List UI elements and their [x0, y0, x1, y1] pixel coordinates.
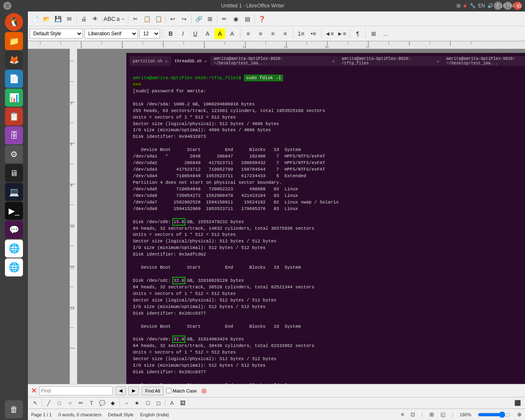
preview-btn[interactable]: 👁 — [90, 14, 100, 24]
new-btn[interactable]: 📄 — [30, 14, 40, 24]
highlight-btn[interactable]: A — [215, 28, 225, 39]
tray-power[interactable]: ⏻ — [517, 3, 522, 9]
bookmark-icon[interactable]: ⊞ — [429, 411, 434, 418]
font-color-btn[interactable]: A — [202, 28, 213, 39]
star-btn[interactable]: ★ — [132, 398, 142, 408]
tab-desktop2[interactable]: amrita@amrita-OptiPlex-9020: ~/Desktop/t… — [443, 56, 525, 66]
spellcheck-btn[interactable]: ABC — [104, 14, 115, 24]
sidebar-item-writer[interactable]: 📄 — [5, 70, 23, 88]
bullets-btn[interactable]: •≡ — [308, 28, 319, 39]
sidebar-item-ubuntu[interactable]: 🐧 — [5, 13, 23, 31]
titlebar-menu-btn[interactable]: ☰ — [3, 2, 11, 10]
find-all-button[interactable]: Find All — [142, 386, 164, 395]
redo-btn[interactable]: ↪ — [179, 14, 189, 24]
zoom-fit-icon[interactable]: ⊕ — [517, 411, 522, 418]
tab-desktop-close[interactable]: ✕ — [332, 59, 335, 64]
tab-partition[interactable]: partition.sh ✕ — [130, 56, 171, 66]
text-mode-icon[interactable]: ≡ — [401, 411, 404, 418]
match-case-label[interactable]: Match Case — [166, 388, 197, 393]
sidebar-btn[interactable]: ▤ — [242, 14, 253, 24]
font-name-select[interactable]: Liberation Serif — [84, 29, 138, 39]
doc-mode-icon[interactable]: ◱ — [441, 411, 445, 418]
rect-btn[interactable]: □ — [55, 398, 64, 408]
styles-more-btn[interactable]: … — [381, 28, 391, 39]
tab-threadsd[interactable]: threadSD.sh ✕ — [171, 56, 211, 66]
cut-btn[interactable]: ✂ — [130, 14, 141, 24]
textbox-btn[interactable]: T — [87, 398, 96, 408]
select-btn[interactable]: ↖ — [30, 398, 40, 408]
insert-img-btn[interactable]: 🖼 — [178, 398, 187, 408]
save-btn[interactable]: 💾 — [52, 14, 63, 24]
increase-indent-btn[interactable]: ►≡ — [336, 28, 347, 39]
ellipse-btn[interactable]: ○ — [65, 398, 75, 408]
flowchart-btn[interactable]: ⬡ — [143, 398, 153, 408]
hyperlink-btn[interactable]: 🔗 — [193, 14, 204, 24]
email-btn[interactable]: ✉ — [64, 14, 75, 24]
decrease-indent-btn[interactable]: ◄≡ — [324, 28, 335, 39]
align-center-btn[interactable]: ≡ — [255, 28, 266, 39]
line-btn[interactable]: ╱ — [44, 398, 54, 408]
sidebar-item-terminal-2[interactable]: ▶_ — [5, 202, 23, 220]
match-case-checkbox[interactable] — [166, 388, 171, 393]
navigator-btn[interactable]: ◉ — [231, 14, 241, 24]
terminal-body[interactable]: amrita@amrita-OptiPlex-9020:/tftp_files$… — [130, 66, 525, 395]
help-btn[interactable]: ❓ — [256, 14, 267, 24]
numbering-btn[interactable]: 1≡ — [296, 28, 306, 39]
tab-tftp-close[interactable]: ✕ — [437, 59, 440, 64]
font-size-select[interactable]: 12 — [139, 29, 160, 39]
tray-keyboard[interactable]: EN — [478, 3, 485, 9]
tray-volume[interactable]: 🔊 — [487, 3, 493, 9]
draw-fn-btn[interactable]: ✏ — [219, 14, 230, 24]
sidebar-item-slack[interactable]: 💬 — [5, 221, 23, 239]
selection-mode-icon[interactable]: ⊡ — [411, 411, 415, 418]
italic-btn[interactable]: I — [178, 28, 188, 39]
find-input[interactable] — [39, 386, 113, 395]
table-btn[interactable]: ⊞ — [205, 14, 215, 24]
underline-btn[interactable]: U — [190, 28, 201, 39]
sidebar-item-impress[interactable]: 📋 — [5, 107, 23, 126]
print-btn[interactable]: 🖨 — [78, 14, 89, 24]
sidebar-item-terminal-1[interactable]: 🖥 — [5, 164, 23, 182]
open-btn[interactable]: 📂 — [41, 14, 52, 24]
zoom-slider[interactable] — [478, 412, 511, 418]
sidebar-item-settings[interactable]: ⚙ — [5, 145, 23, 163]
sidebar-item-chrome-2[interactable]: 🌐 — [5, 258, 23, 276]
styles-btn[interactable]: ⊞ — [368, 28, 379, 39]
tab-partition-close[interactable]: ✕ — [165, 59, 168, 64]
tray-icon-settings[interactable]: 🔧 — [470, 3, 476, 9]
paste-btn[interactable]: 📋 — [153, 14, 164, 24]
shape-btn[interactable]: ◆ — [108, 398, 118, 408]
autocorrect-btn[interactable]: a→ — [116, 14, 126, 24]
sidebar-item-base[interactable]: 🗄 — [5, 126, 23, 144]
arrow-btn[interactable]: → — [121, 398, 131, 408]
align-left-btn[interactable]: ≡ — [243, 28, 253, 39]
align-right-btn[interactable]: ≡ — [267, 28, 278, 39]
tray-icon-activities[interactable]: ⊞ — [457, 3, 461, 9]
tab-desktop[interactable]: amrita@amrita-OptiPlex-9020: ~/Desktop/t… — [210, 56, 338, 66]
callout2-btn[interactable]: ◻ — [153, 398, 163, 408]
undo-btn[interactable]: ↩ — [167, 14, 178, 24]
sidebar-item-pycharm[interactable]: 💻 — [5, 183, 23, 201]
sidebar-item-chrome-1[interactable]: 🌐 — [5, 240, 23, 258]
tab-tftp[interactable]: amrita@amrita-OptiPlex-9020: /tftp_files… — [338, 56, 443, 66]
terminal-area[interactable]: partition.sh ✕ threadSD.sh ✕ amrita@amri… — [126, 53, 525, 395]
paragraph-style-select[interactable]: Default Style — [30, 29, 83, 39]
find-close-icon[interactable]: ⊗ — [201, 386, 207, 395]
find-close-button[interactable]: ✕ — [31, 387, 37, 395]
sidebar-item-calc[interactable]: 📊 — [5, 89, 23, 107]
sidebar-item-firefox[interactable]: 🦊 — [5, 51, 23, 69]
sidebar-item-trash[interactable]: 🗑 — [5, 400, 23, 418]
find-prev-button[interactable]: ◀ — [115, 386, 126, 395]
paragraph-marks-btn[interactable]: ¶ — [352, 28, 363, 39]
align-justify-btn[interactable]: ≡ — [280, 28, 290, 39]
tab-threadsd-close[interactable]: ✕ — [204, 59, 207, 64]
find-next-button[interactable]: ▶ — [128, 386, 139, 395]
fontwork-btn[interactable]: A — [167, 398, 177, 408]
bold-btn[interactable]: B — [165, 28, 176, 39]
callout-btn[interactable]: 💬 — [97, 398, 107, 408]
freeform-btn[interactable]: ✏ — [76, 398, 86, 408]
extrusion-btn[interactable]: ⬛ — [513, 398, 523, 408]
char-bg-btn[interactable]: A — [227, 28, 237, 39]
copy-btn[interactable]: 📋 — [142, 14, 152, 24]
sidebar-item-files[interactable]: 📁 — [5, 32, 23, 50]
